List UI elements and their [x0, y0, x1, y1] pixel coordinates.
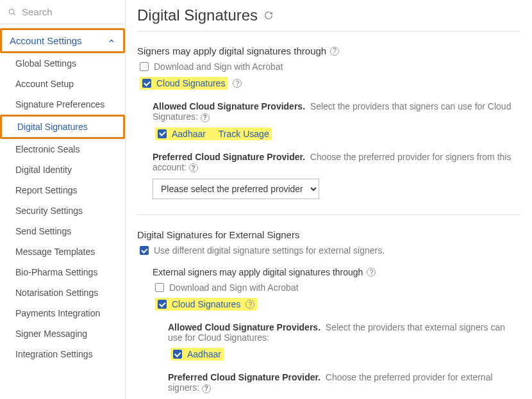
search-input[interactable] [22, 6, 117, 17]
label-use-different-external: Use different digital signature settings… [154, 245, 385, 256]
preferred-provider-heading: Preferred Cloud Signature Provider. [153, 152, 305, 162]
section-signers-title: Signers may apply digital signatures thr… [137, 45, 326, 56]
label-ext-cloud-signatures: Cloud Signatures [172, 299, 240, 309]
sidebar-item-send-settings[interactable]: Send Settings [0, 221, 125, 241]
checkbox-aadhaar[interactable] [158, 129, 167, 138]
chevron-up-icon [108, 37, 115, 45]
sidebar-item-message-templates[interactable]: Message Templates [0, 241, 125, 262]
link-track-usage[interactable]: Track Usage [219, 129, 269, 139]
sidebar-item-digital-identity[interactable]: Digital Identity [0, 159, 125, 180]
label-ext-download-acrobat: Download and Sign with Acrobat [169, 282, 299, 293]
nav-section-label: Account Settings [10, 35, 82, 46]
checkbox-use-different-external[interactable] [140, 246, 149, 255]
sidebar-item-bio-pharma-settings[interactable]: Bio-Pharma Settings [0, 262, 125, 282]
sidebar-item-security-settings[interactable]: Security Settings [0, 200, 125, 221]
svg-point-0 [9, 9, 14, 14]
page-title: Digital Signatures [137, 6, 258, 24]
help-icon[interactable]: ? [233, 79, 242, 88]
search-icon [8, 7, 17, 17]
help-icon[interactable]: ? [189, 163, 198, 172]
refresh-icon[interactable] [264, 11, 273, 20]
sidebar-item-digital-signatures[interactable]: Digital Signatures [0, 115, 125, 139]
help-icon[interactable]: ? [201, 113, 210, 122]
ext-preferred-heading: Preferred Cloud Signature Provider. [168, 372, 320, 382]
svg-line-1 [13, 13, 15, 15]
sidebar-item-electronic-seals[interactable]: Electronic Seals [0, 139, 125, 159]
checkbox-ext-download-acrobat[interactable] [155, 283, 164, 292]
checkbox-cloud-signatures[interactable] [142, 79, 151, 88]
checkbox-ext-aadhaar[interactable] [173, 350, 182, 359]
section-external-title: Digital Signatures for External Signers [137, 229, 299, 240]
checkbox-ext-cloud-signatures[interactable] [158, 300, 167, 309]
sidebar-item-signer-messaging[interactable]: Signer Messaging [0, 323, 125, 344]
help-icon[interactable]: ? [367, 268, 376, 277]
help-icon[interactable]: ? [202, 384, 211, 393]
ext-allowed-heading: Allowed Cloud Signature Providers. [168, 322, 320, 332]
sidebar-item-integration-settings[interactable]: Integration Settings [0, 344, 125, 364]
checkbox-download-acrobat[interactable] [140, 62, 149, 71]
label-cloud-signatures: Cloud Signatures [156, 78, 225, 88]
select-preferred-provider[interactable]: Please select the preferred provider [153, 179, 319, 199]
external-sub-title: External signers may apply digital signa… [153, 267, 363, 277]
sidebar-item-payments-integration[interactable]: Payments Integration [0, 303, 125, 323]
sidebar-item-notarisation-settings[interactable]: Notarisation Settings [0, 282, 125, 303]
section-signers: Signers may apply digital signatures thr… [137, 45, 520, 199]
allowed-providers-heading: Allowed Cloud Signature Providers. [153, 101, 305, 111]
label-download-acrobat: Download and Sign with Acrobat [154, 61, 283, 72]
help-icon[interactable]: ? [330, 47, 339, 56]
search-container [0, 0, 125, 24]
section-external-signers: Digital Signatures for External Signers … [137, 229, 520, 399]
nav-section-account-settings[interactable]: Account Settings [0, 28, 125, 53]
sidebar-item-global-settings[interactable]: Global Settings [0, 53, 125, 74]
sidebar-item-report-settings[interactable]: Report Settings [0, 180, 125, 200]
label-ext-aadhaar: Aadhaar [187, 349, 221, 359]
sidebar-item-signature-preferences[interactable]: Signature Preferences [0, 94, 125, 115]
help-icon[interactable]: ? [245, 300, 254, 309]
label-aadhaar: Aadhaar [172, 129, 206, 139]
sidebar-item-account-setup[interactable]: Account Setup [0, 74, 125, 94]
